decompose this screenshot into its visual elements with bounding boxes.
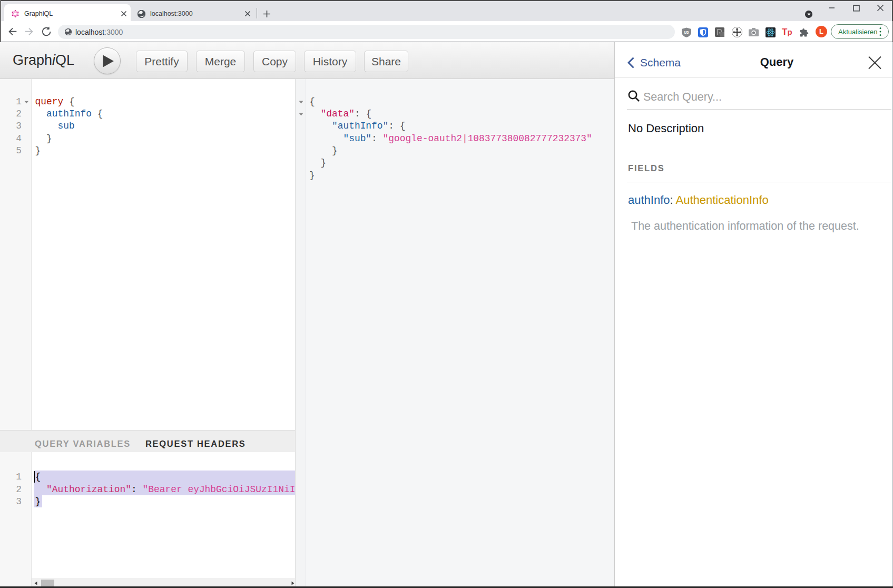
svg-text:UD: UD	[684, 31, 689, 34]
